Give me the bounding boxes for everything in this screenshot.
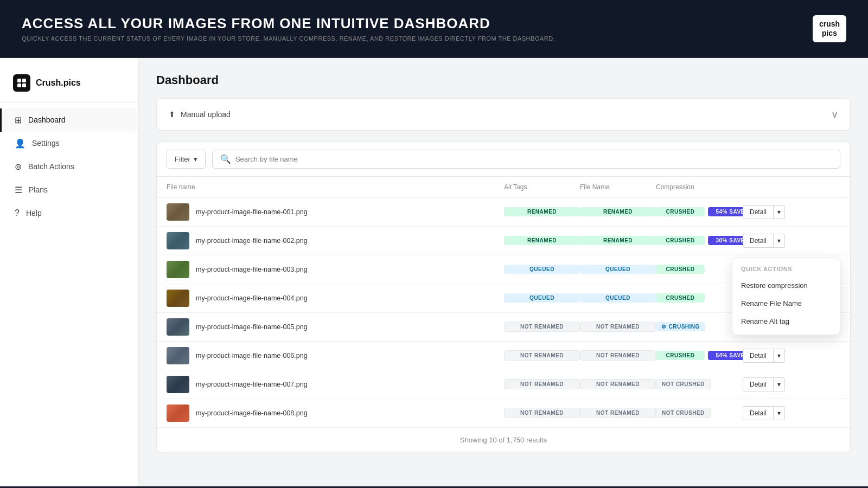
sidebar-item-batch-actions[interactable]: ⊚ Batch Actions [0,155,138,178]
table-header: File name Alt Tags File Name Compression [157,177,850,198]
table-row: my-product-image-file-name-006.png NOT R… [157,342,850,370]
compression-badge: CRUSHED [656,293,705,303]
compression-badge: CRUSHED [656,351,705,360]
file-cell: my-product-image-file-name-004.png [167,290,504,307]
detail-button[interactable]: Detail [743,349,774,363]
qa-restore-compression[interactable]: Restore compression [732,277,840,294]
upload-text: Manual upload [181,110,231,119]
table-row: my-product-image-file-name-007.png NOT R… [157,370,850,399]
sidebar-label-batch: Batch Actions [28,162,74,171]
detail-button[interactable]: Detail [743,205,774,219]
sidebar-item-help[interactable]: ? Help [0,202,138,224]
banner-title: ACCESS ALL YOUR IMAGES FROM ONE INTUITIV… [22,15,555,32]
qa-rename-alt-tag[interactable]: Rename Alt tag [732,312,840,330]
filename: my-product-image-file-name-003.png [196,266,308,273]
compression-badge: ⚙ CRUSHING [656,322,705,331]
compression-cell: CRUSHED 54% SAVED [656,351,743,360]
compression-cell: NOT CRUSHED [656,408,743,418]
file-name-badge: QUEUED [580,293,656,303]
table-row: my-product-image-file-name-002.png RENAM… [157,227,850,255]
top-banner: ACCESS ALL YOUR IMAGES FROM ONE INTUITIV… [0,0,868,58]
sidebar-brand-name: Crush.pics [36,78,81,88]
quick-actions-header: QUICK ACTIONS [732,262,840,277]
svg-rect-1 [22,79,26,82]
file-cell: my-product-image-file-name-007.png [167,376,504,393]
chevron-down-icon[interactable]: ∨ [831,108,838,120]
thumbnail [167,203,189,221]
file-name-badge: RENAMED [580,236,656,245]
thumbnail [167,232,189,249]
file-name-badge: NOT RENAMED [580,322,656,332]
detail-dropdown-button[interactable]: ▾ [774,406,785,420]
quick-actions-dropdown: QUICK ACTIONS Restore compression Rename… [732,258,840,335]
compression-badge: CRUSHED [656,236,705,245]
col-file-name: File Name [580,183,656,191]
alt-tags-badge: NOT RENAMED [504,408,580,418]
alt-tags-badge: NOT RENAMED [504,322,580,332]
filter-bar: Filter ▾ 🔍 [156,142,851,176]
alt-tags-badge: QUEUED [504,293,580,303]
file-name-badge: RENAMED [580,207,656,216]
help-icon: ? [15,208,20,218]
col-filename: File name [167,183,504,191]
compression-cell: NOT CRUSHED [656,379,743,389]
sidebar-brand: Crush.pics [0,69,138,103]
settings-icon: 👤 [15,138,25,149]
upload-label: ⬆ Manual upload [169,110,231,119]
action-cell: Detail ▾ [743,205,840,219]
thumbnail [167,376,189,393]
filter-chevron-icon: ▾ [194,155,197,163]
detail-button[interactable]: Detail [743,234,774,248]
file-cell: my-product-image-file-name-001.png [167,203,504,221]
detail-dropdown-button[interactable]: ▾ [774,377,785,391]
filename: my-product-image-file-name-004.png [196,294,308,302]
filename: my-product-image-file-name-007.png [196,381,308,388]
table-row: my-product-image-file-name-008.png NOT R… [157,399,850,428]
sidebar-item-plans[interactable]: ☰ Plans [0,178,138,202]
search-input[interactable] [235,155,832,163]
logo-area: crush pics [813,15,846,42]
sidebar-item-settings[interactable]: 👤 Settings [0,132,138,155]
filename: my-product-image-file-name-001.png [196,208,308,216]
filename: my-product-image-file-name-005.png [196,323,308,331]
page-title: Dashboard [156,73,851,87]
main-content: Dashboard ⬆ Manual upload ∨ Filter ▾ 🔍 F… [139,58,868,486]
file-cell: my-product-image-file-name-008.png [167,404,504,422]
compression-cell: ⚙ CRUSHING [656,322,743,331]
file-name-badge: NOT RENAMED [580,408,656,418]
alt-tags-badge: RENAMED [504,207,580,216]
detail-button[interactable]: Detail [743,406,774,420]
detail-dropdown-button[interactable]: ▾ [774,205,785,219]
plans-icon: ☰ [15,185,22,195]
svg-rect-3 [22,84,26,87]
detail-dropdown-button[interactable]: ▾ [774,349,785,363]
image-table: File name Alt Tags File Name Compression… [156,176,851,452]
sidebar-label-plans: Plans [29,185,48,194]
table-row: my-product-image-file-name-001.png RENAM… [157,198,850,227]
compression-badge: NOT CRUSHED [656,379,711,389]
search-icon: 🔍 [220,154,231,164]
svg-rect-2 [17,84,21,87]
qa-rename-file-name[interactable]: Rename File Name [732,294,840,312]
action-cell: Detail ▾ QUICK ACTIONS Restore compressi… [743,234,840,248]
file-name-badge: NOT RENAMED [580,350,656,361]
svg-rect-0 [17,79,21,82]
home-icon: ⊞ [15,115,22,125]
upload-icon: ⬆ [169,110,175,119]
compression-cell: CRUSHED [656,293,743,303]
sidebar-label-settings: Settings [32,139,60,147]
thumbnail [167,261,189,278]
crush-pics-logo: crush pics [813,15,846,42]
file-cell: my-product-image-file-name-002.png [167,232,504,249]
detail-dropdown-button[interactable]: ▾ [774,234,785,248]
alt-tags-badge: RENAMED [504,236,580,245]
thumbnail [167,318,189,336]
compression-badge: CRUSHED [656,207,705,216]
action-cell: Detail ▾ [743,349,840,363]
detail-button[interactable]: Detail [743,377,774,391]
sidebar-item-dashboard[interactable]: ⊞ Dashboard [0,108,138,132]
results-text: Showing 10 of 1,750 results [157,428,850,452]
filter-button[interactable]: Filter ▾ [167,150,206,169]
file-cell: my-product-image-file-name-006.png [167,347,504,364]
upload-section: ⬆ Manual upload ∨ [156,98,851,131]
